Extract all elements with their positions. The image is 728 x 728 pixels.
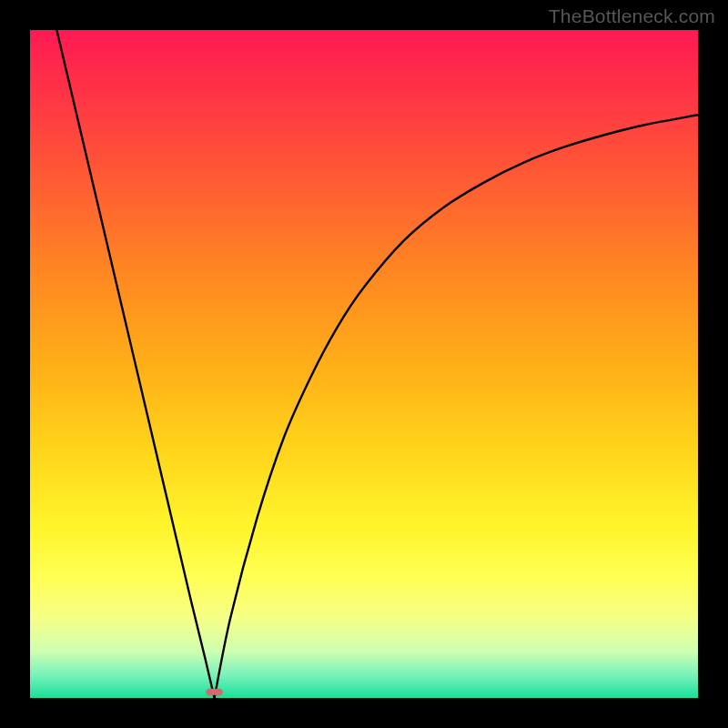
watermark-text: TheBottleneck.com — [549, 5, 715, 27]
chart-canvas — [30, 30, 698, 698]
plot-area — [30, 30, 698, 698]
chart-frame: TheBottleneck.com — [0, 0, 728, 728]
